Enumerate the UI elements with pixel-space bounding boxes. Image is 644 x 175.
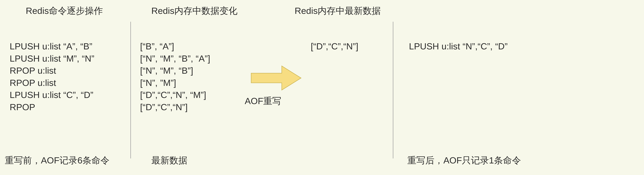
change-line: [“N”, “M”, “B”, “A”] bbox=[140, 52, 210, 65]
divider-2 bbox=[393, 22, 393, 159]
header-changes: Redis内存中数据变化 bbox=[151, 5, 238, 17]
footer-before-rewrite: 重写前，AOF记录6条命令 bbox=[5, 155, 110, 167]
command-line: RPOP bbox=[10, 101, 94, 113]
latest-value: [“D”,“C”,“N”] bbox=[311, 40, 358, 52]
command-line: LPUSH u:list “A”, “B” bbox=[10, 40, 94, 52]
change-line: [“N”, “M”, “B”] bbox=[140, 64, 210, 77]
arrow-icon bbox=[250, 64, 303, 92]
aof-rewrite-arrow bbox=[250, 64, 303, 92]
changes-list: [“B”, “A”] [“N”, “M”, “B”, “A”] [“N”, “M… bbox=[140, 40, 210, 113]
diagram-canvas: Redis命令逐步操作 LPUSH u:list “A”, “B” LPUSH … bbox=[0, 0, 644, 175]
change-line: [“D”,“C”,“N”, “M”] bbox=[140, 89, 210, 101]
rewritten-command: LPUSH u:list “N”,“C”, “D” bbox=[409, 40, 508, 52]
change-line: [“D”,“C”,“N”] bbox=[140, 101, 210, 113]
footer-after-rewrite: 重写后，AOF只记录1条命令 bbox=[407, 155, 521, 167]
header-latest: Redis内存中最新数据 bbox=[295, 5, 381, 17]
header-commands: Redis命令逐步操作 bbox=[26, 5, 103, 17]
command-line: RPOP u:list bbox=[10, 77, 94, 89]
command-line: LPUSH u:list “M”, “N” bbox=[10, 52, 94, 65]
arrow-label: AOF重写 bbox=[245, 95, 281, 107]
divider-1 bbox=[130, 22, 131, 159]
command-line: LPUSH u:list “C”, “D” bbox=[10, 89, 94, 101]
svg-marker-0 bbox=[251, 66, 301, 90]
change-line: [“B”, “A”] bbox=[140, 40, 210, 52]
change-line: [“N”, ”M”] bbox=[140, 77, 210, 89]
command-line: RPOP u:list bbox=[10, 64, 94, 77]
commands-list: LPUSH u:list “A”, “B” LPUSH u:list “M”, … bbox=[10, 40, 94, 113]
footer-latest-data: 最新数据 bbox=[151, 155, 188, 167]
